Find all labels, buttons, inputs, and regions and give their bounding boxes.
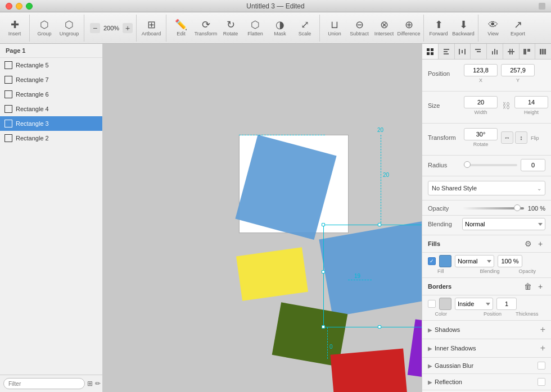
minimize-button[interactable] <box>16 3 22 10</box>
fills-add-button[interactable]: + <box>535 239 545 249</box>
rotate-input[interactable] <box>464 128 498 140</box>
border-thickness-input[interactable] <box>496 298 517 310</box>
gaussian-blur-row[interactable]: ▶ Gaussian Blur <box>422 358 551 374</box>
border-color-swatch[interactable] <box>439 298 451 310</box>
position-section: Position X Y <box>422 60 551 92</box>
transform-button[interactable]: ⟳ Transform <box>193 16 218 40</box>
maximize-button[interactable] <box>26 3 33 10</box>
radius-input[interactable] <box>521 159 545 171</box>
forward-button[interactable]: ⬆ Forward <box>426 16 451 40</box>
tab-more4[interactable] <box>520 44 536 59</box>
shadows-add-button[interactable]: + <box>540 325 545 335</box>
tab-align[interactable] <box>439 44 455 59</box>
gaussian-blur-checkbox[interactable] <box>538 362 545 370</box>
borders-delete-button[interactable]: 🗑 <box>523 281 533 291</box>
tab-more5[interactable] <box>535 44 551 59</box>
mask-button[interactable]: ◑ Mask <box>268 16 292 40</box>
blending-select[interactable]: Normal Multiply Screen Overlay <box>462 218 545 230</box>
canvas[interactable]: 20 19 0 20 20 ✥ <box>103 44 422 392</box>
tab-distribute[interactable] <box>455 44 471 59</box>
insert-button[interactable]: ✚ Insert <box>2 16 27 40</box>
position-x-input[interactable] <box>464 64 498 76</box>
tab-arrange[interactable] <box>422 44 439 59</box>
filter-input[interactable] <box>3 378 85 389</box>
fills-settings-button[interactable]: ⚙ <box>523 239 533 249</box>
border-label-row: Color Position Thickness <box>428 311 545 317</box>
new-group-button[interactable]: ⊞ <box>87 378 93 389</box>
size-w-input[interactable] <box>464 96 498 108</box>
svg-rect-7 <box>459 49 460 54</box>
flatten-button[interactable]: ⬡ Flatten <box>243 16 268 40</box>
flip-label: Flip <box>531 135 539 141</box>
layer-name: Rectangle 3 <box>16 120 49 127</box>
subtract-button[interactable]: ⊖ Subtract <box>347 16 372 40</box>
flip-h-button[interactable]: ↔ <box>501 131 513 144</box>
border-checkbox[interactable] <box>428 300 436 308</box>
pencil-icon[interactable]: ✏ <box>95 378 101 389</box>
svg-rect-21 <box>542 49 544 54</box>
intersect-button[interactable]: ⊗ Intersect <box>372 16 396 40</box>
tab-more1[interactable] <box>471 44 487 59</box>
svg-rect-15 <box>508 51 514 52</box>
radius-slider[interactable] <box>464 164 517 166</box>
ungroup-button[interactable]: ⬡ Ungroup <box>57 16 82 40</box>
layer-item-0[interactable]: Rectangle 5 <box>0 58 102 72</box>
export-button[interactable]: ↗ Export <box>505 16 530 40</box>
layer-icon <box>4 61 12 69</box>
artboard-button[interactable]: ⊞ Artboard <box>139 16 164 40</box>
edit-button[interactable]: ✏️ Edit <box>169 16 193 40</box>
fill-blending-label: Blending <box>480 268 499 274</box>
backward-button[interactable]: ⬇ Backward <box>451 16 476 40</box>
border-row: Inside Center Outside Color Position Thi… <box>422 295 551 321</box>
layer-item-1[interactable]: Rectangle 7 <box>0 72 102 87</box>
forward-label: Forward <box>429 31 448 37</box>
close-button[interactable] <box>6 3 12 10</box>
selection-handle-tm[interactable] <box>378 223 381 226</box>
size-w-label: Width <box>474 110 487 115</box>
border-position-select[interactable]: Inside Center Outside <box>455 298 493 310</box>
opacity-slider[interactable] <box>462 207 524 209</box>
size-h-input[interactable] <box>514 96 548 108</box>
difference-button[interactable]: ⊕ Difference <box>396 16 421 40</box>
flip-v-button[interactable]: ↕ <box>515 131 527 144</box>
zoom-value[interactable]: 200% <box>101 25 121 31</box>
shared-style-select[interactable]: No Shared Style ⌄ <box>428 181 545 195</box>
shape-rectangle-purple[interactable] <box>408 319 422 386</box>
view-button[interactable]: 👁 View <box>481 16 505 40</box>
inner-shadows-add-button[interactable]: + <box>540 343 545 353</box>
fill-opacity-input[interactable] <box>498 255 522 267</box>
fill-blend-select[interactable]: Normal Multiply <box>455 255 494 267</box>
fill-checkbox[interactable] <box>428 257 436 265</box>
union-button[interactable]: ⊔ Union <box>322 16 347 40</box>
expand-icon[interactable] <box>539 3 545 10</box>
mask-icon: ◑ <box>276 20 284 30</box>
reflection-row[interactable]: ▶ Reflection <box>422 374 551 390</box>
position-y-input[interactable] <box>501 64 535 76</box>
layer-item-4[interactable]: Rectangle 3 <box>0 116 102 131</box>
zoom-out-button[interactable]: − <box>90 23 100 33</box>
layer-item-3[interactable]: Rectangle 4 <box>0 102 102 116</box>
shape-rectangle3[interactable] <box>319 220 422 317</box>
layer-item-2[interactable]: Rectangle 6 <box>0 87 102 102</box>
shadows-row[interactable]: ▶ Shadows + <box>422 321 551 339</box>
fill-inner: Normal Multiply <box>428 255 545 267</box>
fill-color-swatch[interactable] <box>439 255 451 267</box>
shape-rectangle-red[interactable] <box>331 348 408 392</box>
layer-item-5[interactable]: Rectangle 2 <box>0 131 102 145</box>
rotate-button[interactable]: ↻ Rotate <box>218 16 243 40</box>
tab-more3[interactable] <box>503 44 520 59</box>
group-button[interactable]: ⬡ Group <box>32 16 57 40</box>
measure-top-val: 20 <box>377 127 383 133</box>
transform-label: Transform <box>195 31 218 37</box>
tab-more2[interactable] <box>487 44 503 59</box>
borders-add-button[interactable]: + <box>535 281 545 291</box>
reflection-checkbox[interactable] <box>538 378 545 386</box>
scale-button[interactable]: ⤢ Scale <box>292 16 317 40</box>
align-icon <box>442 48 450 56</box>
shape-rectangle-yellow[interactable] <box>236 247 308 301</box>
zoom-in-button[interactable]: + <box>123 23 133 33</box>
selection-handle-bm[interactable] <box>378 325 381 329</box>
gaussian-blur-title: Gaussian Blur <box>435 362 473 369</box>
insert-label: Insert <box>8 31 21 37</box>
inner-shadows-row[interactable]: ▶ Inner Shadows + <box>422 339 551 358</box>
